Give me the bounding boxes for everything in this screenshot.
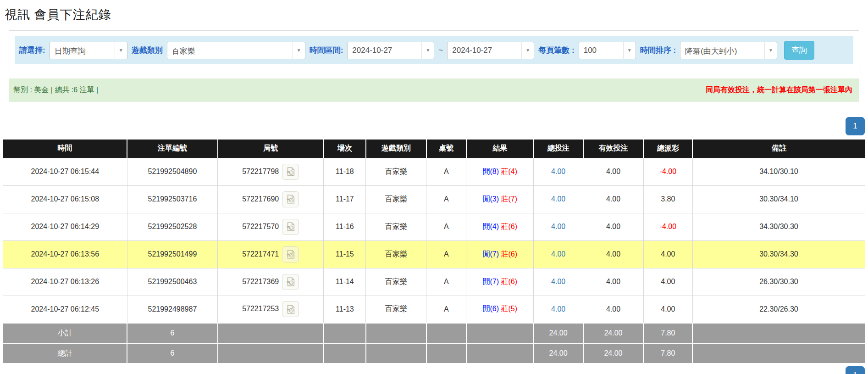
session-no: 11-16 bbox=[324, 213, 366, 240]
video-replay-button[interactable] bbox=[282, 164, 299, 180]
same-round-notice: 同局有效投注，統一計算在該局第一張注單內 bbox=[706, 85, 852, 95]
video-replay-button[interactable] bbox=[282, 301, 299, 317]
subtotal-row: 小計 6 24.00 24.00 7.80 bbox=[3, 323, 865, 343]
valid-bet: 4.00 bbox=[583, 185, 644, 213]
remark: 34.10/30.10 bbox=[692, 158, 865, 185]
total-bet-cell: 4.00 bbox=[534, 185, 583, 213]
result-banker: 莊(7) bbox=[501, 195, 517, 203]
bet-id: 521992503716 bbox=[127, 185, 217, 213]
page-1-button[interactable]: 1 bbox=[846, 117, 865, 135]
total-bet-link[interactable]: 4.00 bbox=[551, 223, 565, 230]
bet-time: 2024-10-27 06:13:26 bbox=[3, 268, 127, 296]
currency-total-text: 幣別 : 美金 | 總共 :6 注單 | bbox=[13, 85, 98, 95]
result-cell: 閒(8) 莊(4) bbox=[466, 158, 534, 185]
subtotal-total-bet: 24.00 bbox=[534, 323, 583, 343]
payout-value: 4.00 bbox=[661, 278, 675, 285]
total-bet-cell: 4.00 bbox=[534, 296, 583, 323]
total-bet-link[interactable]: 4.00 bbox=[551, 195, 565, 203]
page-title: 視訊 會員下注紀錄 bbox=[5, 6, 868, 23]
header-valid-bet: 有效投注 bbox=[583, 140, 644, 158]
video-replay-button[interactable] bbox=[282, 274, 299, 290]
header-session: 場次 bbox=[324, 140, 366, 158]
search-button[interactable]: 查詢 bbox=[784, 41, 814, 60]
member-bet-records-page: 視訊 會員下注紀錄 請選擇: 日期查詢 ▼ 遊戲類別 百家樂 ▼ 時間區間: 2… bbox=[0, 0, 868, 374]
total-bet-link[interactable]: 4.00 bbox=[551, 278, 565, 285]
total-bet-cell: 4.00 bbox=[534, 240, 583, 268]
chevron-down-icon: ▼ bbox=[764, 42, 777, 59]
result-cell: 閒(6) 莊(5) bbox=[466, 296, 534, 323]
summary-bar: 幣別 : 美金 | 總共 :6 注單 | 同局有效投注，統一計算在該局第一張注單… bbox=[9, 78, 859, 102]
table-row: 2024-10-27 06:15:08 521992503716 5722176… bbox=[3, 185, 865, 213]
round-id: 572217471 bbox=[242, 250, 279, 257]
bet-id: 521992500463 bbox=[127, 268, 217, 296]
video-file-icon bbox=[286, 249, 296, 259]
result-player: 閒(7) bbox=[482, 250, 499, 258]
round-cell: 572217690 bbox=[218, 185, 324, 213]
payout-value: -4.00 bbox=[660, 223, 676, 230]
total-count: 6 bbox=[127, 343, 217, 363]
game-type: 百家樂 bbox=[366, 268, 426, 296]
video-replay-button[interactable] bbox=[282, 219, 299, 235]
game-type-label: 遊戲類別 bbox=[132, 45, 163, 56]
table-no: A bbox=[426, 158, 466, 185]
remark: 30.30/34.30 bbox=[692, 240, 865, 268]
query-type-label: 請選擇: bbox=[19, 45, 45, 56]
time-sort-value: 降冪(由大到小) bbox=[680, 42, 764, 59]
game-type: 百家樂 bbox=[366, 240, 426, 268]
chevron-down-icon: ▼ bbox=[293, 42, 305, 59]
bet-id: 521992502528 bbox=[127, 213, 217, 240]
session-no: 11-18 bbox=[324, 158, 366, 185]
header-result: 結果 bbox=[466, 140, 534, 158]
remark: 30.30/34.10 bbox=[692, 185, 865, 213]
video-replay-button[interactable] bbox=[282, 191, 299, 207]
date-to-value: 2024-10-27 bbox=[448, 42, 521, 59]
result-banker: 莊(5) bbox=[501, 305, 517, 313]
result-player: 閒(4) bbox=[482, 223, 499, 230]
bet-time: 2024-10-27 06:15:44 bbox=[3, 158, 127, 185]
valid-bet: 4.00 bbox=[583, 158, 644, 185]
total-bet-cell: 4.00 bbox=[534, 158, 583, 185]
date-to-select[interactable]: 2024-10-27 ▼ bbox=[447, 42, 534, 59]
total-bet-cell: 4.00 bbox=[534, 213, 583, 240]
table-no: A bbox=[426, 185, 466, 213]
table-row: 2024-10-27 06:13:26 521992500463 5722173… bbox=[3, 268, 865, 296]
result-cell: 閒(3) 莊(7) bbox=[466, 185, 534, 213]
total-bet-link[interactable]: 4.00 bbox=[551, 250, 565, 258]
query-type-select[interactable]: 日期查詢 ▼ bbox=[50, 42, 127, 59]
payout-cell: -4.00 bbox=[643, 158, 692, 185]
total-total-bet: 24.00 bbox=[534, 343, 583, 363]
page-size-value: 100 bbox=[579, 42, 623, 59]
page-size-select[interactable]: 100 ▼ bbox=[579, 42, 636, 59]
chevron-down-icon: ▼ bbox=[521, 42, 534, 59]
total-bet-link[interactable]: 4.00 bbox=[551, 305, 565, 313]
page-1-button[interactable]: 1 bbox=[846, 366, 865, 374]
valid-bet: 4.00 bbox=[583, 268, 644, 296]
result-player: 閒(7) bbox=[482, 278, 499, 285]
header-round-id: 局號 bbox=[218, 140, 324, 158]
payout-cell: 4.00 bbox=[643, 240, 692, 268]
payout-cell: 4.00 bbox=[643, 296, 692, 323]
date-from-select[interactable]: 2024-10-27 ▼ bbox=[347, 42, 434, 59]
valid-bet: 4.00 bbox=[583, 296, 644, 323]
remark: 26.30/30.30 bbox=[692, 268, 865, 296]
session-no: 11-14 bbox=[324, 268, 366, 296]
filter-panel: 請選擇: 日期查詢 ▼ 遊戲類別 百家樂 ▼ 時間區間: 2024-10-27 … bbox=[9, 30, 859, 70]
total-bet-link[interactable]: 4.00 bbox=[551, 167, 565, 175]
round-cell: 572217798 bbox=[218, 158, 324, 185]
result-banker: 莊(6) bbox=[501, 223, 517, 230]
round-cell: 572217253 bbox=[218, 296, 324, 323]
game-type: 百家樂 bbox=[366, 185, 426, 213]
game-type: 百家樂 bbox=[366, 158, 426, 185]
table-row: 2024-10-27 06:14:29 521992502528 5722175… bbox=[3, 213, 865, 240]
video-file-icon bbox=[286, 194, 296, 204]
valid-bet: 4.00 bbox=[583, 240, 644, 268]
game-type: 百家樂 bbox=[366, 213, 426, 240]
bet-time: 2024-10-27 06:15:08 bbox=[3, 185, 127, 213]
table-no: A bbox=[426, 268, 466, 296]
time-sort-select[interactable]: 降冪(由大到小) ▼ bbox=[680, 42, 777, 59]
game-type-select[interactable]: 百家樂 ▼ bbox=[167, 42, 305, 59]
video-replay-button[interactable] bbox=[282, 246, 299, 262]
round-id: 572217253 bbox=[242, 305, 279, 313]
bet-time: 2024-10-27 06:12:45 bbox=[3, 296, 127, 323]
subtotal-label: 小計 bbox=[3, 323, 127, 343]
